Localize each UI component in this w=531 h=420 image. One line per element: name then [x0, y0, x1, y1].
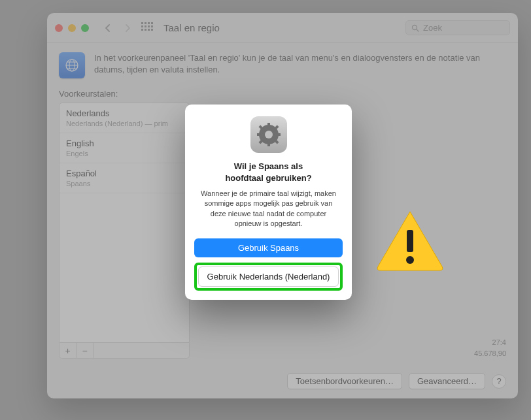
svg-line-1 — [417, 29, 419, 31]
search-placeholder: Zoek — [423, 23, 442, 33]
sample-number: 45.678,90 — [203, 348, 506, 359]
languages-column: Voorkeurstalen: Nederlands Nederlands (N… — [59, 89, 190, 359]
footer: Toetsenbordvoorkeuren… Geavanceerd… ? — [47, 366, 518, 398]
titlebar: Taal en regio Zoek — [47, 13, 518, 43]
list-item[interactable]: English Engels — [60, 133, 189, 163]
pane-description: In het voorkeurenpaneel 'Taal en regio' … — [94, 52, 506, 76]
svg-rect-10 — [267, 142, 270, 146]
keyboard-preferences-button[interactable]: Toetsenbordvoorkeuren… — [287, 373, 402, 389]
language-name: Español — [66, 169, 182, 178]
system-preferences-icon — [250, 116, 287, 153]
warning-annotation-icon — [374, 208, 446, 273]
list-item[interactable]: Español Spaans — [60, 163, 189, 193]
window-controls — [55, 24, 89, 32]
show-all-button[interactable] — [140, 21, 154, 35]
language-sub: Spaans — [66, 180, 182, 187]
svg-rect-11 — [257, 133, 261, 136]
languages-footer: + − — [59, 343, 190, 359]
add-language-button[interactable]: + — [60, 343, 77, 358]
window-title: Taal en regio — [163, 22, 220, 33]
search-field[interactable]: Zoek — [405, 20, 510, 35]
svg-rect-9 — [267, 123, 270, 127]
language-name: English — [66, 138, 182, 148]
close-window-button[interactable] — [55, 24, 63, 32]
svg-point-0 — [413, 25, 417, 29]
sample-time: 27:4 — [203, 337, 506, 348]
use-spanish-button[interactable]: Gebruik Spaans — [194, 238, 343, 257]
help-button[interactable]: ? — [492, 374, 506, 389]
remove-language-button[interactable]: − — [77, 343, 94, 358]
language-sub: Engels — [66, 150, 182, 157]
svg-rect-17 — [407, 230, 413, 252]
svg-rect-12 — [277, 133, 281, 136]
dialog-title: Wil je Spaans als hoofdtaal gebruiken? — [194, 161, 343, 184]
globe-flag-icon — [59, 52, 85, 78]
advanced-button[interactable]: Geavanceerd… — [409, 373, 485, 389]
list-item[interactable]: Nederlands Nederlands (Nederland) — prim — [60, 103, 189, 133]
svg-point-18 — [406, 256, 414, 264]
pane-header: In het voorkeurenpaneel 'Taal en regio' … — [59, 52, 506, 78]
languages-label: Voorkeurstalen: — [59, 89, 190, 99]
forward-button[interactable] — [120, 21, 135, 35]
use-dutch-button[interactable]: Gebruik Nederlands (Nederland) — [198, 267, 339, 287]
dialog-body: Wanneer je de primaire taal wijzigt, mak… — [197, 189, 340, 229]
svg-point-8 — [265, 131, 273, 138]
search-icon — [411, 24, 419, 32]
languages-list[interactable]: Nederlands Nederlands (Nederland) — prim… — [59, 103, 190, 343]
annotation-highlight: Gebruik Nederlands (Nederland) — [194, 263, 343, 291]
grid-icon — [141, 22, 153, 34]
confirm-dialog: Wil je Spaans als hoofdtaal gebruiken? W… — [185, 105, 352, 300]
zoom-window-button[interactable] — [81, 24, 89, 32]
language-sub: Nederlands (Nederland) — prim — [66, 120, 182, 127]
language-name: Nederlands — [66, 108, 182, 118]
minimize-window-button[interactable] — [68, 24, 76, 32]
back-button[interactable] — [101, 21, 115, 35]
